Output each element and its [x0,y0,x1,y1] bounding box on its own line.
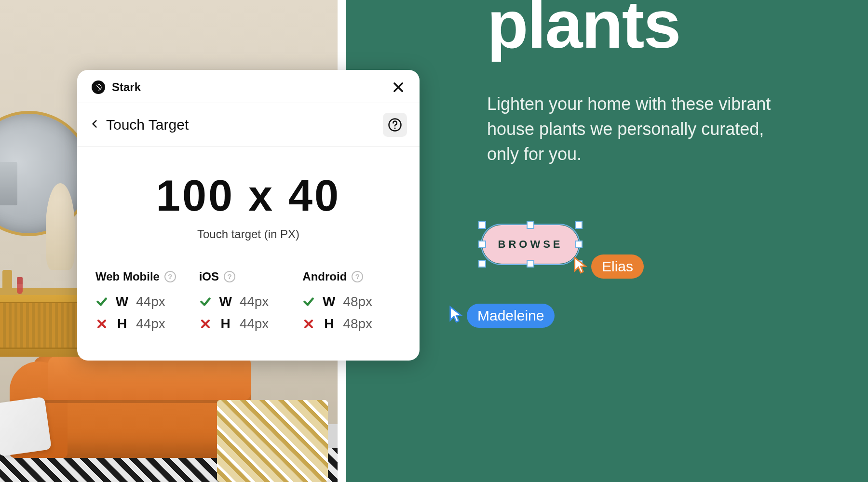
bottle [2,270,12,294]
resize-handle-top-left[interactable] [478,221,486,229]
platform-column: Android?W48pxH48px [302,270,401,332]
metric-value: 100 x 40 [87,171,410,221]
check-icon [95,295,108,308]
close-button[interactable] [392,80,405,94]
height-value: 44px [136,316,165,332]
height-value: 48px [343,316,372,332]
width-label: W [115,294,129,309]
collaborator-cursor-madeleine: Madeleine [448,304,555,328]
width-row: W44px [95,294,194,309]
height-label: H [115,316,129,332]
dialog-header: Stark [77,70,420,103]
side-table [217,400,328,482]
help-icon[interactable]: ? [224,271,235,282]
dialog-brand-name: Stark [112,80,141,94]
dialog-subheader: Touch Target [77,103,420,147]
breadcrumb[interactable]: Touch Target [90,117,189,133]
help-icon[interactable]: ? [352,271,363,282]
resize-handle-mid-right[interactable] [575,241,583,248]
close-icon [392,80,405,94]
metric-caption: Touch target (in PX) [87,228,410,241]
width-label: W [218,294,233,309]
help-icon [388,118,402,132]
platform-name: Android? [302,270,401,283]
width-label: W [322,294,336,309]
check-icon [302,295,315,308]
platform-requirements-grid: Web Mobile?W44pxH44pxiOS?W44pxH44pxAndro… [77,255,420,361]
platform-column: iOS?W44pxH44px [199,270,298,332]
pampas-grass [46,183,75,270]
platform-name: iOS? [199,270,298,283]
platform-name: Web Mobile? [95,270,194,283]
height-label: H [218,316,233,332]
hero-description: Lighten your home with these vibrant hou… [487,92,791,167]
wine-glass [17,277,23,294]
collaborator-cursor-elias: Elias [573,254,644,279]
help-icon[interactable]: ? [164,271,176,282]
resize-handle-bottom-left[interactable] [478,260,486,268]
stark-dialog[interactable]: Stark Touch Target 100 x 40 Touch target… [77,70,420,361]
resize-handle-mid-left[interactable] [478,241,486,248]
cursor-arrow-icon [448,306,463,326]
chevron-left-icon[interactable] [90,117,99,133]
svg-point-2 [394,127,396,129]
resize-handle-bottom-center[interactable] [527,260,534,268]
width-row: W44px [199,294,298,309]
stark-logo-icon [92,80,105,94]
browse-button-selection[interactable]: BROWSE [482,225,579,264]
width-row: W48px [302,294,401,309]
height-row: H44px [199,316,298,332]
height-value: 44px [240,316,269,332]
help-button[interactable] [383,113,407,137]
resize-handle-top-right[interactable] [575,221,583,229]
pillow [0,397,52,456]
touch-target-metric: 100 x 40 Touch target (in PX) [77,147,420,255]
cross-icon [199,318,212,330]
cursor-arrow-icon [573,256,587,277]
collaborator-name-madeleine: Madeleine [467,304,555,328]
height-row: H44px [95,316,194,332]
check-icon [199,295,212,308]
dialog-brand: Stark [92,80,141,94]
collaborator-name-elias: Elias [591,254,644,279]
height-label: H [322,316,336,332]
breadcrumb-title: Touch Target [106,117,189,133]
cross-icon [95,318,108,330]
width-value: 44px [136,294,165,309]
width-value: 48px [343,294,372,309]
width-value: 44px [240,294,269,309]
cross-icon [302,318,315,330]
hero-title: plants [487,0,680,64]
platform-column: Web Mobile?W44pxH44px [95,270,194,332]
browse-button[interactable]: BROWSE [482,225,579,264]
resize-handle-top-center[interactable] [527,221,534,229]
height-row: H48px [302,316,401,332]
